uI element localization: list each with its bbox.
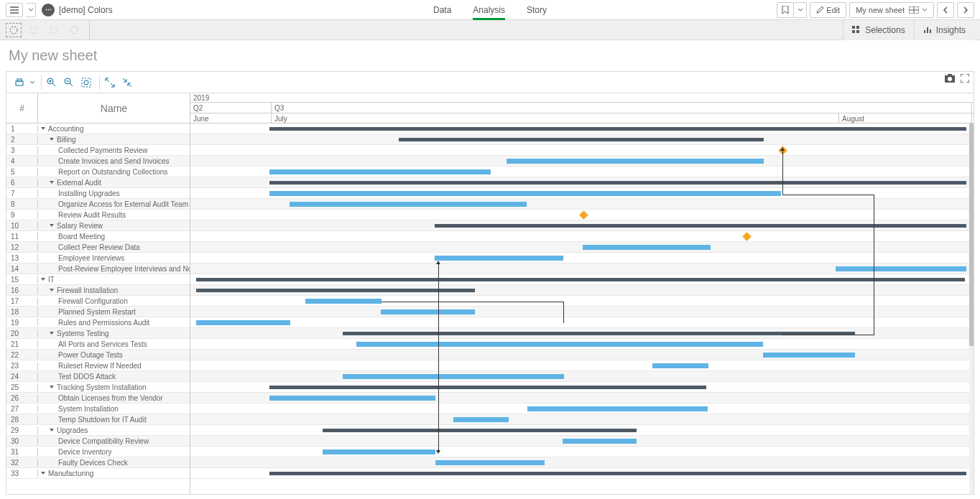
collapse-icon[interactable] xyxy=(41,472,45,475)
gantt-bar[interactable] xyxy=(290,202,527,207)
gantt-bar[interactable] xyxy=(196,289,475,292)
menu-button[interactable] xyxy=(6,3,23,17)
task-row[interactable]: 6External Audit xyxy=(6,177,190,188)
collapse-icon[interactable] xyxy=(41,278,45,281)
task-row[interactable]: 12Collect Peer Review Data xyxy=(6,242,190,253)
gantt-bar[interactable] xyxy=(563,439,637,444)
gantt-bar[interactable] xyxy=(269,396,435,401)
menu-dropdown[interactable] xyxy=(26,3,36,17)
gantt-bar[interactable] xyxy=(836,266,966,271)
collapse-icon[interactable] xyxy=(50,138,54,141)
task-row[interactable]: 9Review Audit Results xyxy=(6,210,190,220)
snapshot-icon[interactable] xyxy=(945,74,955,83)
gantt-bar[interactable] xyxy=(435,460,545,465)
task-row[interactable]: 22Power Outage Tests xyxy=(6,350,190,360)
vertical-scrollbar[interactable] xyxy=(969,123,974,494)
expand-icon[interactable] xyxy=(103,75,117,90)
task-row[interactable]: 7Installing Upgrades xyxy=(6,188,190,199)
collapse-icon[interactable] xyxy=(120,75,134,90)
gantt-bar[interactable] xyxy=(196,320,290,325)
task-row[interactable]: 14Post-Review Employee Interviews and No… xyxy=(6,264,190,274)
task-row[interactable]: 20Systems Testing xyxy=(6,328,190,339)
gantt-bar[interactable] xyxy=(763,353,855,358)
sheet-selector[interactable]: My new sheet xyxy=(849,2,934,18)
task-row[interactable]: 21All Ports and Services Tests xyxy=(6,339,190,350)
task-row[interactable]: 28Temp Shutdown for IT Audit xyxy=(6,414,190,425)
task-row[interactable]: 19Rules and Permissions Audit xyxy=(6,317,190,328)
insights-button[interactable]: Insights xyxy=(915,20,974,40)
selections-button[interactable]: Selections xyxy=(843,20,914,40)
gantt-bar[interactable] xyxy=(435,224,966,228)
milestone-diamond[interactable] xyxy=(579,210,588,220)
lasso-tool-icon[interactable] xyxy=(6,23,22,37)
task-row[interactable]: 5Report on Outstanding Collections xyxy=(6,167,190,177)
gantt-bar[interactable] xyxy=(652,363,708,368)
gantt-bar[interactable] xyxy=(196,278,965,281)
bookmark-button[interactable] xyxy=(777,2,794,18)
zoom-fit-icon[interactable] xyxy=(79,75,93,90)
task-row[interactable]: 3Collected Payments Review xyxy=(6,145,190,156)
gantt-timeline[interactable]: 2019 Q2Q3 JuneJulyAugust xyxy=(190,93,974,494)
gantt-bar[interactable] xyxy=(399,138,764,141)
tab-story[interactable]: Story xyxy=(527,1,547,19)
task-row[interactable]: 13Employee Interviews xyxy=(6,253,190,264)
gantt-bar[interactable] xyxy=(343,374,564,379)
next-sheet-button[interactable] xyxy=(957,2,974,18)
gantt-bar[interactable] xyxy=(323,449,435,454)
task-row[interactable]: 24Test DDOS Attack xyxy=(6,371,190,382)
task-row[interactable]: 33Manufacturing xyxy=(6,468,190,479)
task-row[interactable]: 30Device Compatibility Review xyxy=(6,436,190,447)
prev-sheet-button[interactable] xyxy=(937,2,954,18)
gantt-bar[interactable] xyxy=(269,472,966,475)
gantt-bar[interactable] xyxy=(356,342,763,347)
gantt-bar[interactable] xyxy=(269,386,706,389)
gantt-bar[interactable] xyxy=(527,406,708,411)
col-header-number[interactable]: # xyxy=(6,93,38,123)
collapse-icon[interactable] xyxy=(50,429,54,432)
print-icon[interactable] xyxy=(12,75,27,90)
task-row[interactable]: 32Faulty Devices Check xyxy=(6,457,190,468)
collapse-icon[interactable] xyxy=(50,332,54,335)
task-row[interactable]: 10Salary Review xyxy=(6,220,190,231)
edit-button[interactable]: Edit xyxy=(810,2,846,18)
task-row[interactable]: 16Firewall Installation xyxy=(6,285,190,296)
task-row[interactable]: 2Billing xyxy=(6,134,190,145)
gantt-bar[interactable] xyxy=(323,429,637,432)
gantt-bar[interactable] xyxy=(435,256,563,261)
task-row[interactable]: 4Create Invoices and Send Invoices xyxy=(6,156,190,167)
gantt-bar[interactable] xyxy=(269,191,781,196)
milestone-diamond[interactable] xyxy=(742,232,752,241)
gantt-bar[interactable] xyxy=(507,159,764,164)
gantt-bar[interactable] xyxy=(269,127,966,131)
task-row[interactable]: 17Firewall Configuration xyxy=(6,296,190,307)
bookmark-dropdown[interactable] xyxy=(794,2,807,18)
task-row[interactable]: 29Upgrades xyxy=(6,425,190,436)
collapse-icon[interactable] xyxy=(50,224,54,227)
sel-tool-3-icon[interactable] xyxy=(46,23,62,37)
gantt-bar[interactable] xyxy=(269,181,966,185)
gantt-bar[interactable] xyxy=(381,309,475,314)
sel-tool-2-icon[interactable] xyxy=(26,23,42,37)
collapse-icon[interactable] xyxy=(50,181,54,184)
task-row[interactable]: 11Board Meeting xyxy=(6,231,190,242)
collapse-icon[interactable] xyxy=(50,386,54,388)
zoom-out-icon[interactable] xyxy=(62,75,76,90)
task-row[interactable]: 27System Installation xyxy=(6,404,190,414)
task-row[interactable]: 25Tracking System Installation xyxy=(6,382,190,393)
gantt-bar[interactable] xyxy=(305,299,382,304)
gantt-bar[interactable] xyxy=(269,169,491,174)
task-row[interactable]: 31Device Inventory xyxy=(6,447,190,457)
task-row[interactable]: 18Planned System Restart xyxy=(6,307,190,317)
gantt-bar[interactable] xyxy=(583,245,711,250)
col-header-name[interactable]: Name xyxy=(38,93,190,123)
task-row[interactable]: 23Ruleset Review If Needed xyxy=(6,360,190,371)
task-row[interactable]: 26Obtain Licenses from the Vendor xyxy=(6,393,190,404)
task-row[interactable]: 1Accounting xyxy=(6,123,190,134)
sel-tool-4-icon[interactable] xyxy=(66,23,82,37)
collapse-icon[interactable] xyxy=(41,127,45,130)
task-row[interactable]: 8Organize Access for External Audit Team xyxy=(6,199,190,210)
zoom-in-icon[interactable] xyxy=(45,75,59,90)
tab-data[interactable]: Data xyxy=(433,1,451,19)
collapse-icon[interactable] xyxy=(50,289,54,292)
task-row[interactable]: 15IT xyxy=(6,274,190,285)
